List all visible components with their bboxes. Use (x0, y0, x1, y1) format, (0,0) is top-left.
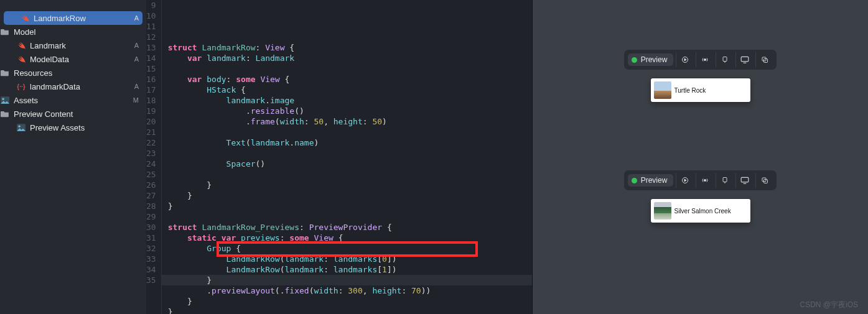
code-line[interactable]: Spacer() (168, 159, 532, 169)
line-number: 26 (146, 180, 156, 190)
device-settings-icon[interactable] (735, 52, 753, 67)
code-line[interactable] (168, 63, 532, 74)
line-number: 24 (146, 159, 156, 169)
play-icon[interactable] (676, 52, 693, 67)
preview-rendered-view[interactable]: Silver Salmon Creek (651, 199, 750, 223)
code-line[interactable]: .frame(width: 50, height: 50) (168, 116, 532, 127)
preview-status-chip[interactable]: Preview (628, 174, 674, 187)
code-line[interactable]: } (162, 275, 532, 285)
line-number: 16 (146, 74, 156, 85)
line-number: 13 (146, 42, 156, 53)
code-line[interactable]: Text(landmark.name) (168, 137, 532, 148)
code-line[interactable]: } (168, 296, 532, 307)
status-dot-icon (632, 57, 637, 63)
code-area[interactable]: struct LandmarkRow: View { var landmark:… (162, 0, 532, 314)
line-number: 11 (146, 21, 156, 32)
nav-item-landmark[interactable]: LandmarkA (0, 39, 146, 52)
preview-toolbar[interactable]: Preview (624, 50, 777, 70)
nav-item-preview-content[interactable]: Preview Content (0, 107, 146, 121)
live-preview-icon[interactable] (696, 173, 713, 188)
nav-item-preview-assets[interactable]: Preview Assets (0, 121, 146, 134)
preview-chip-label: Preview (641, 55, 668, 64)
landmark-thumbnail (654, 81, 671, 99)
nav-item-landmarkdata[interactable]: {··}landmarkDataA (0, 80, 146, 93)
project-navigator[interactable]: LandmarkRowAModelLandmarkAModelDataAReso… (0, 0, 146, 314)
landmark-thumbnail (654, 202, 671, 219)
nav-item-model[interactable]: Model (0, 25, 146, 39)
assets-icon (0, 95, 10, 105)
code-line[interactable] (168, 32, 532, 42)
svg-rect-12 (723, 178, 727, 182)
pin-preview-icon[interactable] (716, 173, 733, 188)
line-number: 14 (146, 53, 156, 63)
code-line[interactable]: var landmark: Landmark (168, 53, 532, 63)
preview-toolbar[interactable]: Preview (624, 170, 777, 190)
duplicate-preview-icon[interactable] (755, 173, 773, 188)
code-line[interactable]: HStack { (168, 85, 532, 95)
scm-status-badge: A (134, 14, 141, 22)
landmark-name-label: Turtle Rock (674, 87, 706, 94)
swift-icon (16, 54, 26, 64)
preview-canvas[interactable]: PreviewTurtle RockPreviewSilver Salmon C… (532, 0, 868, 314)
swift-icon (20, 13, 30, 23)
code-line[interactable] (168, 169, 532, 180)
nav-item-modeldata[interactable]: ModelDataA (0, 52, 146, 66)
scm-status-badge: A (134, 42, 141, 49)
svg-point-3 (18, 126, 20, 128)
line-number: 23 (146, 148, 156, 159)
folder-icon (0, 109, 10, 119)
nav-item-label: landmarkData (30, 82, 80, 91)
code-line[interactable]: } (168, 307, 532, 314)
scm-status-badge: M (133, 96, 141, 104)
nav-item-resources[interactable]: Resources (0, 66, 146, 80)
svg-rect-6 (723, 57, 727, 62)
line-number: 10 (146, 11, 156, 21)
code-line[interactable]: LandmarkRow(landmark: landmarks[1]) (168, 264, 532, 275)
line-number: 29 (146, 211, 156, 222)
json-icon: {··} (16, 81, 26, 91)
svg-point-11 (704, 180, 706, 182)
line-number: 21 (146, 127, 156, 137)
code-editor[interactable]: 9101112131415161718192021222324252627282… (146, 0, 532, 314)
line-number: 22 (146, 137, 156, 148)
preview-group: PreviewTurtle Rock (624, 50, 777, 102)
code-line[interactable]: Group { (168, 243, 532, 254)
nav-item-label: Preview Assets (30, 123, 85, 132)
code-line[interactable]: } (168, 180, 532, 190)
line-number: 28 (146, 201, 156, 211)
code-line[interactable]: } (168, 190, 532, 201)
code-line[interactable]: .resizable() (168, 106, 532, 116)
nav-item-label: Preview Content (14, 109, 73, 119)
code-line[interactable]: .previewLayout(.fixed(width: 300, height… (168, 285, 532, 296)
scm-status-badge: A (134, 83, 141, 90)
code-line[interactable]: var body: some View { (168, 74, 532, 85)
code-line[interactable]: LandmarkRow(landmark: landmarks[0]) (168, 254, 532, 264)
pin-preview-icon[interactable] (716, 52, 733, 67)
device-settings-icon[interactable] (735, 173, 753, 188)
ide-window: LandmarkRowAModelLandmarkAModelDataAReso… (0, 0, 868, 314)
code-line[interactable] (168, 211, 532, 222)
status-dot-icon (632, 178, 637, 183)
nav-item-landmarkrow[interactable]: LandmarkRowA (4, 11, 142, 25)
preview-group: PreviewSilver Salmon Creek (624, 170, 777, 223)
code-line[interactable]: struct LandmarkRow: View { (168, 42, 532, 53)
line-number: 35 (146, 275, 156, 285)
duplicate-preview-icon[interactable] (755, 52, 773, 67)
code-line[interactable]: } (168, 201, 532, 211)
preview-rendered-view[interactable]: Turtle Rock (651, 78, 750, 102)
line-number: 20 (146, 116, 156, 127)
swift-icon (16, 40, 26, 50)
line-number: 27 (146, 190, 156, 201)
code-line[interactable] (168, 148, 532, 159)
code-line[interactable]: static var previews: some View { (168, 233, 532, 243)
code-line[interactable] (168, 127, 532, 137)
code-line[interactable]: struct LandmarkRow_Previews: PreviewProv… (168, 222, 532, 233)
line-number: 32 (146, 243, 156, 254)
scm-status-badge: A (134, 55, 141, 63)
nav-item-assets[interactable]: AssetsM (0, 93, 146, 107)
live-preview-icon[interactable] (696, 52, 713, 67)
line-number: 17 (146, 85, 156, 95)
code-line[interactable]: landmark.image (168, 95, 532, 106)
play-icon[interactable] (676, 173, 693, 188)
preview-status-chip[interactable]: Preview (628, 53, 674, 66)
